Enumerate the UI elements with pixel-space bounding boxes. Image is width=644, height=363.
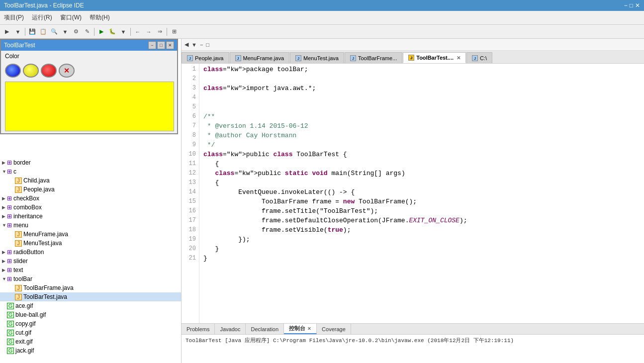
tree-item[interactable]: J ToolBarFrame.java xyxy=(0,283,181,292)
color-display xyxy=(5,82,174,131)
code-line: * @version 1.14 2015-06-12 xyxy=(203,121,644,131)
tree-arrow: ▼ xyxy=(2,169,7,174)
toolbar-btn-arrow[interactable]: ▼ xyxy=(118,27,128,37)
editor-tab[interactable]: J ToolBarFrame... xyxy=(345,52,402,63)
toolbar-btn-5[interactable]: ▼ xyxy=(60,27,70,37)
code-content[interactable]: class="kw">package toolBar;class="kw">im… xyxy=(199,64,644,323)
toolbar-btn-fwd2[interactable]: ⇒ xyxy=(155,27,165,37)
tree-item[interactable]: J Child.java xyxy=(0,176,181,185)
toolbar-btn-forward[interactable]: → xyxy=(144,27,154,37)
gif-icon: G xyxy=(7,348,14,354)
editor-down-btn[interactable]: ▼ xyxy=(190,41,198,49)
tree-label: MenuFrame.java xyxy=(23,231,68,238)
tree-item[interactable]: ▼ ⊞ c xyxy=(0,167,181,176)
bottom-tab[interactable]: Javadoc xyxy=(215,324,246,334)
tab-close-icon[interactable]: ✕ xyxy=(457,55,460,61)
editor-tab[interactable]: J MenuFrame.java xyxy=(230,52,290,63)
tree-item[interactable]: G cut.gif xyxy=(0,328,181,337)
gif-icon: G xyxy=(7,312,14,318)
toolbar-sep-4 xyxy=(167,28,167,36)
tree-label: border xyxy=(13,159,31,166)
toolbar-btn-debug[interactable]: 🐛 xyxy=(107,27,117,37)
bottom-tab-label: Javadoc xyxy=(220,326,240,332)
menu-item-window[interactable]: 窗口(W) xyxy=(60,13,82,22)
tree-label: Child.java xyxy=(23,177,50,184)
float-maximize-btn[interactable]: □ xyxy=(157,41,165,49)
editor-tab[interactable]: J ToolBarTest.... ✕ xyxy=(403,52,466,63)
color-btn-red[interactable] xyxy=(41,64,57,78)
tree-item[interactable]: ▶ ⊞ checkBox xyxy=(0,194,181,203)
bottom-tab[interactable]: 控制台✕ xyxy=(284,324,317,334)
tree-item[interactable]: ▶ ⊞ slider xyxy=(0,257,181,266)
minimize-btn[interactable]: − xyxy=(624,2,628,9)
right-panel: ◀ ▼ − □ J People.java J MenuFrame.java J… xyxy=(182,39,644,363)
float-minimize-btn[interactable]: − xyxy=(148,41,156,49)
menu-item-help[interactable]: 帮助(H) xyxy=(90,13,110,22)
close-btn[interactable]: ✕ xyxy=(635,2,640,9)
code-line: EventQueue.invokeLater(() -> { xyxy=(203,187,644,197)
menu-item-run[interactable]: 运行(R) xyxy=(32,13,52,22)
package-icon: ⊞ xyxy=(7,258,12,265)
color-btn-x[interactable]: ✕ xyxy=(59,64,75,78)
toolbar-btn-7[interactable]: ✎ xyxy=(82,27,92,37)
toolbar-btn-3[interactable]: 📋 xyxy=(38,27,48,37)
tree-item[interactable]: G ace.gif xyxy=(0,301,181,310)
editor-min-btn[interactable]: − xyxy=(199,41,204,49)
toolbar-btn-2[interactable]: ▼ xyxy=(13,27,23,37)
bottom-tab[interactable]: Declaration xyxy=(246,324,284,334)
line-number: 21 xyxy=(182,254,196,263)
code-line xyxy=(203,74,644,84)
java-icon: J xyxy=(15,178,22,184)
main-toolbar: ▶ ▼ 💾 📋 🔍 ▼ ⚙ ✎ ▶ 🐛 ▼ ← → ⇒ ⊞ xyxy=(0,25,644,39)
toolbar-btn-back[interactable]: ← xyxy=(133,27,143,37)
editor-tab[interactable]: J People.java xyxy=(182,52,229,63)
tree-item[interactable]: ▼ ⊞ toolBar xyxy=(0,274,181,283)
tree-item[interactable]: G copy.gif xyxy=(0,319,181,328)
code-editor[interactable]: 123456789101112131415161718192021 class=… xyxy=(182,64,644,323)
color-label: Color xyxy=(1,51,177,62)
toolbar-btn-misc[interactable]: ⊞ xyxy=(169,27,179,37)
maximize-btn[interactable]: □ xyxy=(630,2,633,9)
floating-window-controls: − □ ✕ xyxy=(148,41,174,49)
editor-tab[interactable]: J C:\ xyxy=(466,52,492,63)
tree-item[interactable]: J MenuFrame.java xyxy=(0,230,181,239)
console-text: ToolBarTest [Java 应用程序] C:\Program Files… xyxy=(185,338,514,344)
line-number: 17 xyxy=(182,216,196,225)
tree-item[interactable]: J MenuTest.java xyxy=(0,239,181,248)
tree-item[interactable]: ▼ ⊞ menu xyxy=(0,221,181,230)
toolbar-btn-save[interactable]: 💾 xyxy=(27,27,37,37)
toolbar-btn-6[interactable]: ⚙ xyxy=(71,27,81,37)
line-number: 16 xyxy=(182,206,196,216)
tab-icon: J xyxy=(187,55,193,61)
editor-tab[interactable]: J MenuTest.java xyxy=(290,52,344,63)
tree-item[interactable]: J People.java xyxy=(0,185,181,194)
editor-back-btn[interactable]: ◀ xyxy=(184,40,189,49)
color-btn-yellow[interactable] xyxy=(23,64,39,78)
bottom-tab-close-icon[interactable]: ✕ xyxy=(307,326,311,331)
tree-item[interactable]: ▶ ⊞ comboBox xyxy=(0,203,181,212)
line-numbers: 123456789101112131415161718192021 xyxy=(182,64,199,323)
tree-item[interactable]: J ToolBarTest.java xyxy=(0,292,181,301)
float-close-btn[interactable]: ✕ xyxy=(166,41,174,49)
package-icon: ⊞ xyxy=(7,168,12,175)
bottom-tab-label: Coverage xyxy=(322,326,346,332)
bottom-tab[interactable]: Coverage xyxy=(317,324,351,334)
bottom-tab[interactable]: Problems xyxy=(182,324,215,334)
line-number: 9 xyxy=(182,140,196,150)
tree-item[interactable]: G exit.gif xyxy=(0,337,181,346)
color-btn-blue[interactable] xyxy=(5,64,21,78)
tree-item[interactable]: G jack.gif xyxy=(0,346,181,355)
code-line: class="kw">public class ToolBarTest { xyxy=(203,150,644,159)
toolbar-btn-4[interactable]: 🔍 xyxy=(49,27,59,37)
tree-item[interactable]: ▶ ⊞ inheritance xyxy=(0,212,181,221)
editor-max-btn[interactable]: □ xyxy=(205,41,210,49)
menu-item-project[interactable]: 项目(P) xyxy=(4,13,24,22)
floating-title-bar[interactable]: ToolBarTest − □ ✕ xyxy=(1,40,177,51)
toolbar-btn-run[interactable]: ▶ xyxy=(96,27,106,37)
tree-item[interactable]: G blue-ball.gif xyxy=(0,310,181,319)
toolbar-btn-1[interactable]: ▶ xyxy=(2,27,12,37)
bottom-panel: ProblemsJavadocDeclaration控制台✕Coverage T… xyxy=(182,323,644,363)
tree-item[interactable]: ▶ ⊞ border xyxy=(0,158,181,167)
tree-item[interactable]: ▶ ⊞ radioButton xyxy=(0,248,181,257)
tree-item[interactable]: ▶ ⊞ text xyxy=(0,266,181,274)
